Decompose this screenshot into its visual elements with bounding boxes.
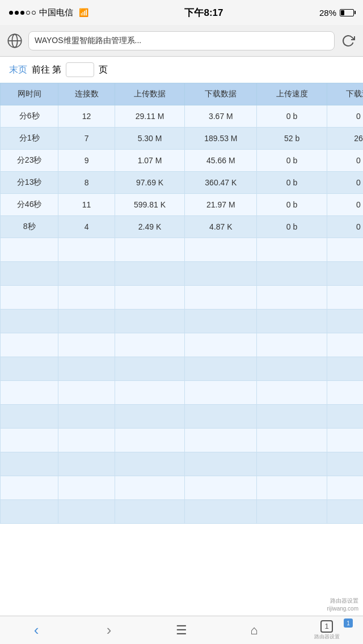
table-cell-empty [327, 310, 363, 333]
status-right: 28% [319, 8, 354, 18]
table-cell-empty [115, 262, 184, 286]
table-cell-empty [1, 262, 58, 286]
table-cell-empty [1, 310, 58, 333]
table-cell-empty [58, 381, 115, 405]
globe-icon [7, 33, 23, 49]
table-cell: 0 b [327, 172, 363, 194]
table-cell-empty [115, 476, 184, 500]
table-cell-empty [115, 452, 184, 476]
table-row [1, 476, 364, 500]
watermark-url: rijiwang.com [327, 605, 358, 613]
table-cell: 分1秒 [1, 128, 58, 150]
page-label: 页 [99, 64, 108, 76]
signal-dots [9, 11, 36, 15]
status-bar: 中国电信 📶 下午8:17 28% [0, 0, 363, 25]
table-cell: 26 b [327, 128, 363, 150]
battery-icon [340, 9, 354, 16]
table-header-row: 网时间 连接数 上传数据 下载数据 上传速度 下载速度 [1, 83, 364, 105]
table-cell-empty [327, 381, 363, 405]
table-cell-empty [327, 238, 363, 262]
refresh-icon[interactable] [340, 33, 356, 49]
table-cell-empty [115, 429, 184, 452]
browser-bar: WAYOS维盟智能路由管理系... [0, 25, 363, 57]
table-cell-empty [58, 429, 115, 452]
url-text: WAYOS维盟智能路由管理系... [35, 36, 141, 46]
table-cell-empty [58, 286, 115, 310]
tab-count: 1 [324, 622, 328, 630]
table-cell-empty [115, 405, 184, 429]
table-cell-empty [115, 238, 184, 262]
table-cell-empty [58, 310, 115, 333]
table-cell-empty [185, 286, 257, 310]
table-cell-empty [58, 262, 115, 286]
table-cell-empty [257, 357, 327, 381]
battery-percent: 28% [319, 8, 336, 18]
url-bar[interactable]: WAYOS维盟智能路由管理系... [28, 31, 335, 50]
table-cell: 1.07 M [115, 150, 184, 172]
back-button[interactable]: ‹ [0, 616, 73, 644]
table-cell-empty [327, 452, 363, 476]
table-row [1, 357, 364, 381]
signal-dot-1 [9, 11, 13, 15]
page-number-input[interactable] [66, 62, 94, 77]
table-cell-empty [185, 262, 257, 286]
col-header-upload-speed: 上传速度 [257, 83, 327, 105]
table-row [1, 429, 364, 452]
content-area: 末页 前往 第 页 网时间 连接数 上传数据 下载数据 上传速度 下载速度 分6… [0, 57, 363, 616]
table-cell: 分23秒 [1, 150, 58, 172]
signal-dot-3 [20, 11, 24, 15]
table-cell: 4 [58, 216, 115, 238]
table-cell: 分6秒 [1, 105, 58, 128]
goto-label: 前往 第 [32, 64, 61, 76]
table-cell: 599.81 K [115, 194, 184, 216]
table-cell: 9 [58, 150, 115, 172]
table-cell: 8 [58, 172, 115, 194]
table-cell-empty [327, 476, 363, 500]
table-row: 8秒42.49 K4.87 K0 b0 b [1, 216, 364, 238]
table-cell-empty [58, 500, 115, 524]
table-cell: 2.49 K [115, 216, 184, 238]
table-cell-empty [185, 333, 257, 357]
pagination: 末页 前往 第 页 [0, 57, 363, 83]
table-cell-empty [185, 500, 257, 524]
forward-button[interactable]: › [73, 616, 145, 644]
table-cell: 45.66 M [185, 150, 257, 172]
table-cell-empty [257, 262, 327, 286]
table-cell: 8秒 [1, 216, 58, 238]
tabs-button[interactable]: 1 1 路由器设置 [290, 616, 363, 644]
table-cell-empty [257, 310, 327, 333]
table-cell-empty [58, 476, 115, 500]
table-cell: 0 b [327, 105, 363, 128]
table-cell-empty [1, 286, 58, 310]
forward-icon: › [107, 621, 112, 639]
signal-dot-2 [15, 11, 19, 15]
table-cell-empty [327, 357, 363, 381]
table-cell-empty [185, 238, 257, 262]
table-cell-empty [257, 238, 327, 262]
wifi-icon: 📶 [79, 8, 88, 17]
table-row: 分13秒897.69 K360.47 K0 b0 b [1, 172, 364, 194]
table-cell: 分13秒 [1, 172, 58, 194]
table-cell-empty [185, 476, 257, 500]
last-page-link[interactable]: 末页 [9, 64, 27, 76]
table-cell-empty [115, 286, 184, 310]
carrier-name: 中国电信 [39, 7, 73, 18]
table-cell: 0 b [327, 194, 363, 216]
table-row: 分23秒91.07 M45.66 M0 b0 b [1, 150, 364, 172]
table-row [1, 500, 364, 524]
table-cell: 360.47 K [185, 172, 257, 194]
table-cell: 189.53 M [185, 128, 257, 150]
table-cell: 5.30 M [115, 128, 184, 150]
table-cell: 11 [58, 194, 115, 216]
home-button[interactable]: ⌂ [218, 616, 290, 644]
table-cell-empty [327, 500, 363, 524]
table-row [1, 310, 364, 333]
table-cell-empty [1, 333, 58, 357]
table-cell-empty [58, 405, 115, 429]
menu-icon: ☰ [176, 623, 187, 638]
col-header-connections: 连接数 [58, 83, 115, 105]
menu-button[interactable]: ☰ [145, 616, 218, 644]
table-cell-empty [257, 476, 327, 500]
table-row [1, 405, 364, 429]
table-cell-empty [115, 333, 184, 357]
